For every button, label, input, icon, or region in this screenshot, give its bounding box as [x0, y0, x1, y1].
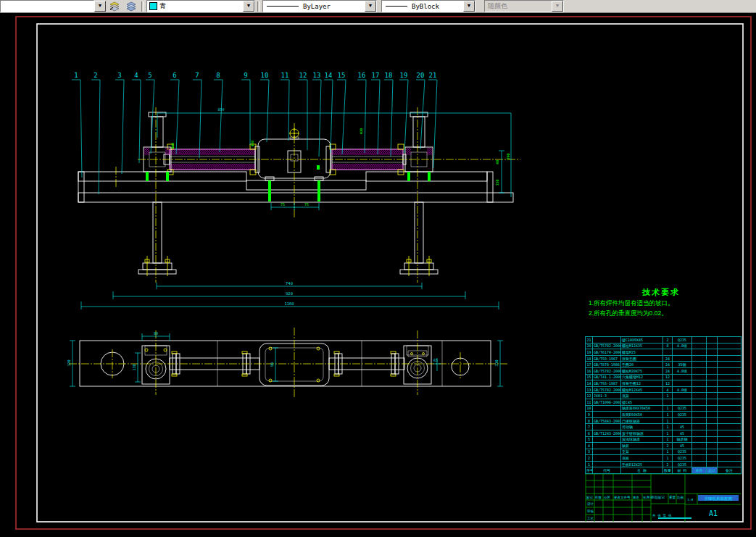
layer-combo-arrow[interactable]: ▼: [94, 1, 106, 12]
label-count: 处数: [595, 495, 602, 499]
bom-cell-total: [707, 399, 718, 405]
color-combo-arrow[interactable]: ▼: [243, 1, 254, 12]
bom-cell-code: GB/T93-1987: [593, 355, 621, 362]
dimension-text: 920: [286, 291, 293, 296]
bom-cell-material: 45: [673, 430, 692, 436]
lineweight-combo-value: ByBlock: [412, 3, 439, 10]
callout-number: 19: [400, 72, 408, 79]
bom-cell-total: [707, 424, 718, 430]
layers-yellow-icon: [109, 1, 120, 12]
bom-cell-unit: [692, 393, 707, 399]
bom-row: 10轴承座80X70X501Q235: [586, 405, 742, 412]
title-block: 标记 处数 分区 更改文件号 签名 年月日 设计 审核 工艺 阶段标记 重量 比…: [586, 474, 741, 522]
bom-cell-material: 35钢: [673, 362, 692, 368]
dimension-text: 65: [433, 358, 438, 362]
bom-cell-qty: 8: [663, 343, 673, 349]
bom-cell-no: 6: [586, 430, 593, 436]
bom-cell-no: 21: [586, 337, 593, 344]
bom-cell-total: [707, 362, 718, 368]
linetype-combo[interactable]: ByLayer ▼: [262, 0, 377, 12]
bom-cell-unit: [692, 424, 707, 430]
bom-cell-unit: [692, 380, 707, 387]
bom-cell-unit: [692, 374, 707, 380]
bom-cell-no: 4: [586, 443, 593, 449]
bom-cell-name: 底板: [621, 455, 663, 462]
bom-cell-no: 19: [586, 349, 593, 356]
bom-cell-no: 9: [586, 412, 593, 418]
bom-cell-total: [707, 412, 718, 418]
bom-cell-name: 弹簧垫圈: [621, 355, 663, 362]
layers-blue-icon: [125, 1, 137, 12]
layer-previous-button[interactable]: [123, 1, 138, 12]
bom-header-cell: 序号: [586, 467, 593, 474]
bom-cell-remark: [718, 455, 742, 462]
bom-cell-unit: [692, 362, 707, 368]
dimension-text: 120: [67, 359, 71, 366]
bom-cell-material: 4.8级: [673, 343, 692, 349]
bom-cell-total: [707, 417, 718, 424]
bom-cell-name: 轴套: [621, 443, 663, 449]
bom-row: 1垫板D12X252Q235: [586, 461, 742, 467]
bom-row: 16GB/T5782-2000螺栓M20X75244.8级: [586, 367, 742, 374]
dimension-text: 850: [217, 107, 224, 112]
label-mark: 标记: [586, 495, 594, 500]
bom-cell-material: Q235: [673, 405, 692, 412]
bom-cell-remark: [718, 461, 742, 467]
lineweight-combo-arrow[interactable]: ▼: [463, 1, 475, 12]
bom-row: 13GB/T5782-2000螺栓M12X4544.8级: [586, 386, 742, 393]
bom-cell-unit: [692, 449, 707, 455]
label-zone: 分区: [604, 495, 611, 499]
lineweight-combo[interactable]: ByBlock ▼: [381, 0, 475, 12]
bom-cell-remark: [718, 374, 742, 380]
bom-row: 11GB/T1096-2003键C45: [586, 399, 742, 405]
bom-cell-qty: 1: [663, 393, 673, 399]
bom-cell-unit: [692, 355, 707, 362]
technical-requirements: 技术要求 1.所有焊件均留有适当的坡口。 2.所有孔的垂直度均为0.02。: [589, 287, 734, 318]
layer-combo[interactable]: [0, 0, 94, 12]
bom-cell-total: [707, 355, 718, 362]
bom-cell-name: 深沟球轴承: [621, 436, 663, 443]
callout-leader-lines: [72, 80, 437, 194]
bom-cell-remark: [718, 349, 742, 356]
scale-value: 1:4: [687, 498, 693, 501]
bom-cell-material: [673, 417, 692, 424]
make-object-layer-current-button[interactable]: [107, 1, 122, 12]
bom-cell-qty: 24: [663, 355, 673, 362]
bom-cell-name: 螺栓M12X45: [621, 386, 663, 393]
bom-cell-remark: [718, 380, 742, 387]
bom-row: 3支架1Q235: [586, 449, 742, 455]
bom-cell-code: GB/T1096-2003: [593, 399, 621, 405]
bom-cell-code: [593, 443, 621, 449]
callout-number: 17: [372, 72, 380, 79]
bom-cell-name: 轴承座80X70X50: [621, 405, 663, 412]
signature-strokes: [658, 517, 691, 519]
technical-requirements-title: 技术要求: [589, 287, 734, 298]
bom-cell-material: [673, 349, 692, 356]
layer-combo-field[interactable]: [1, 1, 94, 12]
color-combo[interactable]: 青 ▼: [146, 0, 255, 12]
callout-number: 7: [195, 72, 199, 79]
toolbar-separator: [141, 1, 144, 12]
bom-cell-unit: [692, 405, 707, 412]
bom-cell-remark: [718, 386, 742, 393]
bom-cell-material: [673, 374, 692, 380]
bom-cell-code: [593, 424, 621, 430]
bom-table: 21键C10X9X452Q23520GB/T5782-2000螺栓M12X358…: [585, 336, 742, 474]
bom-header-cell: 材 料: [673, 467, 692, 474]
bom-cell-unit: [692, 386, 707, 393]
bom-cell-code: GB/T41.1-2000: [593, 374, 621, 380]
bom-cell-qty: 2: [663, 461, 673, 467]
toolbar-separator: [257, 1, 260, 12]
bom-cell-name: 螺栓M12X35: [621, 343, 663, 349]
dimension-text: 40: [495, 160, 499, 165]
bom-cell-remark: [718, 355, 742, 362]
bom-cell-remark: [718, 430, 742, 436]
linetype-combo-arrow[interactable]: ▼: [365, 1, 376, 12]
bom-cell-total: [707, 461, 718, 467]
callout-number: 5: [148, 72, 151, 79]
label-file-no: 更改文件号: [614, 495, 631, 499]
bom-header-cell: 备注: [718, 467, 742, 474]
bom-cell-no: 11: [586, 399, 593, 405]
callout-number: 14: [325, 72, 333, 79]
bom-row: 2底板1Q235: [586, 455, 742, 462]
